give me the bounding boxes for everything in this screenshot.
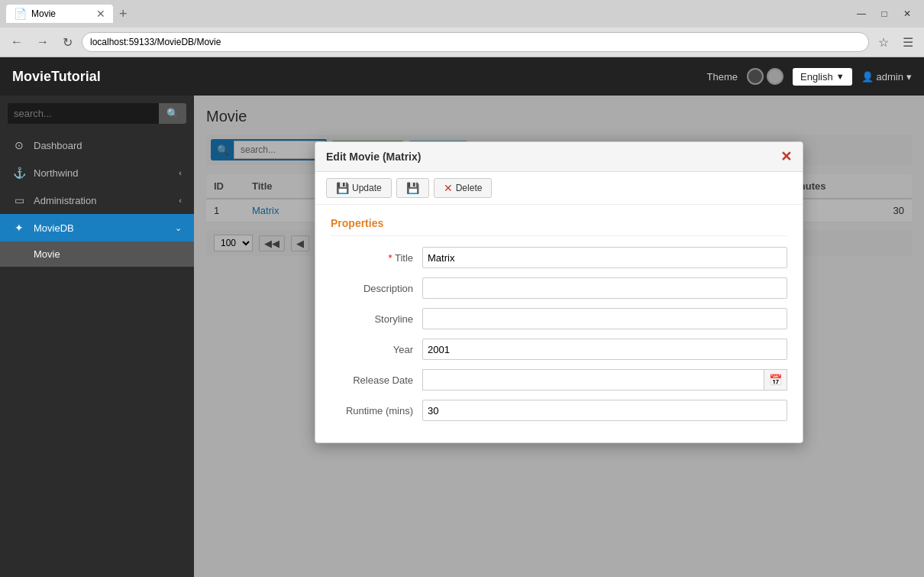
description-label: Description [331, 283, 422, 294]
release-date-label: Release Date [331, 374, 422, 386]
menu-button[interactable]: ☰ [898, 32, 918, 53]
user-dropdown-icon: ▾ [906, 71, 912, 83]
update-label: Update [352, 183, 382, 193]
form-row-title: * Title [331, 247, 787, 268]
forward-button[interactable]: → [32, 32, 53, 52]
runtime-label: Runtime (mins) [331, 405, 422, 417]
sidebar-item-dashboard[interactable]: ⊙ Dashboard [0, 131, 194, 159]
storyline-input[interactable] [422, 308, 787, 329]
window-controls: — □ ✕ [851, 3, 918, 24]
topbar-right: Theme English ▼ 👤 admin ▾ [707, 68, 912, 86]
theme-light-circle[interactable] [767, 68, 783, 85]
tab-close-button[interactable]: ✕ [96, 8, 105, 20]
northwind-icon: ⚓ [12, 167, 26, 179]
sidebar-dashboard-label: Dashboard [34, 140, 182, 151]
year-input[interactable] [422, 339, 787, 360]
year-label: Year [331, 344, 422, 355]
dashboard-icon: ⊙ [12, 139, 26, 151]
delete-icon: ✕ [444, 182, 453, 194]
user-menu-button[interactable]: 👤 admin ▾ [861, 71, 912, 83]
runtime-input[interactable] [422, 400, 787, 421]
back-button[interactable]: ← [6, 32, 27, 52]
movie-sub-label: Movie [34, 248, 60, 260]
theme-label: Theme [707, 71, 738, 83]
form-row-year: Year [331, 339, 787, 360]
language-label: English [800, 71, 833, 83]
save-icon-button[interactable]: 💾 [396, 178, 429, 198]
user-label: admin [877, 71, 903, 83]
description-input[interactable] [422, 277, 787, 299]
language-button[interactable]: English ▼ [793, 68, 852, 86]
properties-section-title: Properties [331, 217, 787, 236]
form-row-release-date: Release Date 📅 [331, 369, 787, 391]
storyline-label: Storyline [331, 313, 422, 325]
modal-body: Properties * Title Description [315, 205, 803, 442]
update-icon: 💾 [336, 182, 349, 194]
modal-toolbar: 💾 Update 💾 ✕ Delete [315, 172, 803, 205]
minimize-button[interactable]: — [851, 3, 872, 24]
app: MovieTutorial Theme English ▼ 👤 admin ▾ [0, 57, 924, 577]
sidebar-moviedb-label: MovieDB [34, 222, 167, 234]
theme-toggle[interactable] [747, 68, 783, 85]
sidebar: 🔍 ⊙ Dashboard ⚓ Northwind ‹ ▭ Administra… [0, 96, 194, 577]
delete-button[interactable]: ✕ Delete [434, 178, 493, 198]
title-label: * Title [331, 252, 422, 264]
browser-titlebar: 📄 Movie ✕ + — □ ✕ [0, 0, 924, 28]
required-star: * [388, 252, 392, 264]
user-icon: 👤 [861, 71, 874, 83]
release-date-wrap: 📅 [422, 369, 787, 391]
browser-chrome: 📄 Movie ✕ + — □ ✕ ← → ↻ ☆ ☰ [0, 0, 924, 57]
sidebar-item-movie[interactable]: Movie [0, 241, 194, 267]
sidebar-search-input[interactable] [8, 103, 159, 124]
maximize-button[interactable]: □ [874, 3, 895, 24]
modal-close-button[interactable]: ✕ [780, 150, 792, 164]
sidebar-sub-moviedb: Movie [0, 241, 194, 267]
moviedb-arrow-icon: ⌄ [175, 223, 182, 233]
language-dropdown-icon: ▼ [836, 72, 845, 81]
modal-header: Edit Movie (Matrix) ✕ [315, 142, 803, 172]
form-row-runtime: Runtime (mins) [331, 400, 787, 421]
sidebar-nav: ⊙ Dashboard ⚓ Northwind ‹ ▭ Administrati… [0, 131, 194, 577]
close-button[interactable]: ✕ [897, 3, 918, 24]
administration-arrow-icon: ‹ [179, 196, 182, 205]
northwind-arrow-icon: ‹ [179, 168, 182, 177]
update-button[interactable]: 💾 Update [326, 178, 392, 198]
bookmark-button[interactable]: ☆ [874, 32, 893, 53]
save-icon: 💾 [406, 182, 419, 194]
new-tab-button[interactable]: + [113, 3, 134, 25]
sidebar-item-administration[interactable]: ▭ Administration ‹ [0, 186, 194, 214]
browser-tab[interactable]: 📄 Movie ✕ [6, 5, 113, 23]
main-area: 🔍 ⊙ Dashboard ⚓ Northwind ‹ ▭ Administra… [0, 96, 924, 577]
delete-label: Delete [456, 183, 483, 193]
form-row-storyline: Storyline [331, 308, 787, 329]
modal-overlay: Edit Movie (Matrix) ✕ 💾 Update 💾 ✕ [194, 96, 924, 577]
modal-title: Edit Movie (Matrix) [326, 151, 421, 163]
tab-title: Movie [31, 8, 56, 19]
release-date-input[interactable] [422, 369, 764, 391]
sidebar-administration-label: Administration [34, 195, 171, 206]
sidebar-search-area: 🔍 [0, 96, 194, 131]
brand-label: MovieTutorial [12, 69, 707, 85]
sidebar-northwind-label: Northwind [34, 167, 171, 179]
sidebar-search-button[interactable]: 🔍 [159, 103, 186, 124]
sidebar-item-northwind[interactable]: ⚓ Northwind ‹ [0, 159, 194, 186]
administration-icon: ▭ [12, 194, 26, 206]
form-row-description: Description [331, 277, 787, 299]
title-input[interactable] [422, 247, 787, 268]
address-bar[interactable] [82, 32, 869, 52]
tab-icon: 📄 [14, 8, 27, 20]
content-area: Movie 🔍 ✚ New Movie ↻ Refresh [194, 96, 924, 577]
date-picker-button[interactable]: 📅 [764, 369, 787, 391]
reload-button[interactable]: ↻ [58, 32, 77, 53]
browser-toolbar: ← → ↻ ☆ ☰ [0, 28, 924, 57]
sidebar-item-moviedb[interactable]: ✦ MovieDB ⌄ [0, 214, 194, 241]
moviedb-icon: ✦ [12, 222, 26, 234]
topbar: MovieTutorial Theme English ▼ 👤 admin ▾ [0, 57, 924, 96]
edit-movie-modal: Edit Movie (Matrix) ✕ 💾 Update 💾 ✕ [315, 141, 803, 443]
sidebar-search-wrap: 🔍 [8, 103, 186, 124]
theme-dark-circle[interactable] [747, 68, 764, 85]
